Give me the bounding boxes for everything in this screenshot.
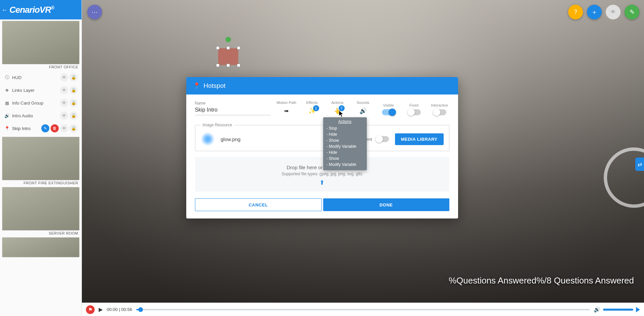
add-button[interactable]: ＋ <box>587 5 602 19</box>
layer-row-skipintro[interactable]: 📍 Skip Intro ✎ 🗑 👁 🔒 <box>2 122 80 135</box>
interactive-toggle-col: Interactive <box>430 103 449 115</box>
scene-image <box>2 237 80 257</box>
visibility-icon[interactable]: 👁 <box>60 112 68 120</box>
done-button[interactable]: DONE <box>323 198 449 211</box>
scene-thumbnail[interactable]: FRONT OFFICE <box>2 21 80 70</box>
popover-item: Hide <box>327 149 363 155</box>
delete-icon[interactable]: 🗑 <box>51 124 59 132</box>
popover-title: Actions <box>327 119 363 124</box>
drop-subtext: Supported file types: (jpeg, jpg, png, s… <box>198 172 446 176</box>
lock-icon[interactable]: 🔒 <box>69 73 78 81</box>
scene-thumbnail[interactable]: SERVER ROOM <box>2 187 80 237</box>
visibility-icon[interactable]: 👁 <box>60 99 68 107</box>
app-logo-bar: ← CenarioVR® <box>0 0 82 19</box>
scene-image <box>2 137 80 180</box>
tool-label: Interactive <box>431 103 448 107</box>
visibility-icon[interactable]: 👁 <box>60 86 68 94</box>
motion-path-icon[interactable]: ➠ <box>282 107 291 115</box>
layer-row-links[interactable]: ❖ Links Layer 👁 🔒 <box>2 84 80 97</box>
preview-button[interactable]: 👁 <box>606 5 621 19</box>
actions-tool[interactable]: Actions 👆 7 <box>328 101 347 115</box>
lock-icon[interactable]: 🔒 <box>69 112 78 120</box>
back-icon[interactable]: ← <box>1 6 8 14</box>
media-library-button[interactable]: MEDIA LIBRARY <box>395 133 444 145</box>
help-button[interactable]: ? <box>568 5 583 19</box>
top-toolbar: ? ＋ 👁 ✎ <box>568 5 639 19</box>
upload-icon[interactable]: ⬆ <box>198 179 446 186</box>
actions-badge: 7 <box>339 105 345 111</box>
tool-label: Visible <box>383 103 394 107</box>
lock-icon[interactable]: 🔒 <box>69 124 78 132</box>
popover-item: Modify Variable <box>327 143 363 149</box>
scene-image <box>2 21 80 64</box>
hotspot-name-input[interactable] <box>195 106 271 115</box>
scene-caption: FRONT OFFICE <box>2 64 80 70</box>
scene-thumbnail[interactable] <box>2 237 80 257</box>
actions-popover: Actions Stop Hide Show Modify Variable H… <box>323 117 367 170</box>
visibility-icon[interactable]: 👁 <box>60 73 68 81</box>
modal-title: Hotspot <box>204 82 226 89</box>
image-resource-legend: Image Resource <box>201 123 234 127</box>
drop-zone[interactable]: Drop file here or click to upload. Suppo… <box>195 157 449 192</box>
sound-icon[interactable]: 🔊 <box>359 107 367 115</box>
transparent-toggle[interactable] <box>376 136 389 142</box>
timeline-track[interactable] <box>136 309 590 310</box>
lock-icon[interactable]: 🔒 <box>69 86 78 94</box>
layer-label: Info Card Group <box>12 101 59 106</box>
pin-icon: 📍 <box>4 125 10 131</box>
volume-icon[interactable]: 🔊 <box>594 306 600 313</box>
lock-icon[interactable]: 🔒 <box>69 99 78 107</box>
audio-icon: 🔊 <box>4 113 10 119</box>
drop-text: Drop file here or click to upload. <box>198 165 446 170</box>
visible-toggle[interactable] <box>382 109 395 115</box>
tool-label: Effects <box>306 101 317 105</box>
volume-max-icon <box>636 307 640 312</box>
timeline-knob[interactable] <box>138 307 143 312</box>
layer-row-infocard[interactable]: ▦ Info Card Group 👁 🔒 <box>2 97 80 109</box>
effects-tool[interactable]: Effects ✨ 1 <box>302 101 322 115</box>
volume-control[interactable]: 🔊 <box>594 306 640 313</box>
popover-item: Stop <box>327 125 363 131</box>
right-panel-collapse[interactable]: ⇄ <box>635 157 644 171</box>
scene-image <box>2 187 80 231</box>
modal-button-row: CANCEL DONE <box>195 198 449 211</box>
name-label: Name <box>195 101 271 106</box>
timeline: ⚑ ▶ 00:00 | 00:56 🔊 <box>82 303 644 316</box>
cancel-button[interactable]: CANCEL <box>195 198 322 211</box>
layers-icon: ❖ <box>4 87 10 93</box>
flag-icon[interactable]: ⚑ <box>86 305 95 314</box>
layer-row-hud[interactable]: ⓘ HUD 👁 🔒 <box>2 71 80 84</box>
popover-item: Hide <box>327 131 363 137</box>
rotate-handle[interactable] <box>226 37 231 42</box>
volume-track[interactable] <box>603 309 633 311</box>
fixed-toggle[interactable] <box>407 109 421 115</box>
scene-thumbnail[interactable]: FRONT FIRE EXTINGUISHER <box>2 137 80 186</box>
interactive-toggle[interactable] <box>433 109 446 115</box>
edit-button[interactable]: ✎ <box>625 5 639 19</box>
play-button[interactable]: ▶ <box>99 306 103 313</box>
info-icon: ⓘ <box>4 74 10 80</box>
effects-badge: 1 <box>313 105 319 111</box>
more-menu-button[interactable]: ⋯ <box>87 5 102 19</box>
pin-icon: 📍 <box>193 82 200 89</box>
navigation-halo <box>595 139 644 216</box>
popover-item: Modify Variable <box>327 162 363 168</box>
layer-label: Skip Intro <box>12 126 40 131</box>
tool-label: Motion Path <box>277 101 296 105</box>
scene-caption: FRONT FIRE EXTINGUISHER <box>2 180 80 186</box>
sounds-tool[interactable]: Sounds 🔊 <box>353 101 373 115</box>
modal-header: 📍 Hotspot <box>186 77 458 94</box>
visibility-icon[interactable]: 👁 <box>60 124 68 132</box>
motion-path-tool[interactable]: Motion Path ➠ <box>277 101 296 115</box>
grid-icon: ▦ <box>4 100 10 106</box>
hotspot-gizmo[interactable] <box>218 37 238 65</box>
scene-list: FRONT OFFICE ⓘ HUD 👁 🔒 ❖ Links Layer 👁 🔒… <box>0 19 82 316</box>
popover-item: Show <box>327 137 363 143</box>
tool-label: Fixed <box>409 103 418 107</box>
layer-row-introaudio[interactable]: 🔊 Intro Audio 👁 🔒 <box>2 109 80 122</box>
fixed-toggle-col: Fixed <box>404 103 424 115</box>
tool-label: Sounds <box>357 101 369 105</box>
edit-icon[interactable]: ✎ <box>41 124 49 132</box>
questions-counter-overlay: %Questions Answered%/8 Questions Answere… <box>449 276 634 286</box>
hotspot-bbox[interactable] <box>218 48 238 65</box>
